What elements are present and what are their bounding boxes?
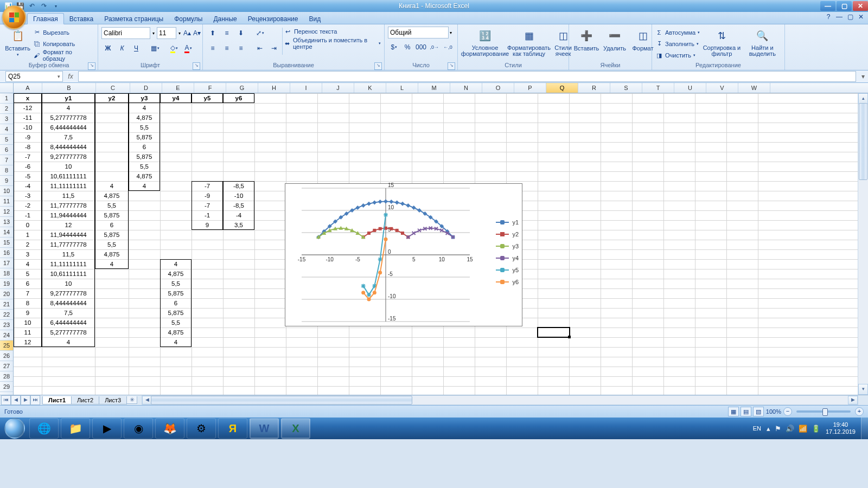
column-header-F[interactable]: F <box>194 83 226 93</box>
cell-D5[interactable]: 5,875 <box>129 132 160 142</box>
cell-F14[interactable]: 9 <box>192 220 223 230</box>
cell-B13[interactable]: 11,94444444 <box>42 210 95 220</box>
tray-battery-icon[interactable]: 🔋 <box>812 425 820 433</box>
cell-A20[interactable]: 6 <box>14 279 42 288</box>
show-desktop-button[interactable] <box>861 418 868 439</box>
cell-B5[interactable]: 7,5 <box>42 132 95 142</box>
cell-G10[interactable]: -8,5 <box>223 181 254 191</box>
cell-B3[interactable]: 5,277777778 <box>42 113 95 123</box>
tray-volume-icon[interactable]: 🔊 <box>786 425 794 433</box>
office-button[interactable] <box>2 5 26 29</box>
format-as-table-button[interactable]: ▦Форматировать как таблицу <box>509 27 549 61</box>
align-center-button[interactable]: ≡ <box>220 42 233 55</box>
chart-object[interactable]: -15-10-5051015-15-10-551015y1y2y3y4y5y6 <box>285 183 522 326</box>
format-painter-button[interactable]: 🖌Формат по образцу <box>33 50 94 60</box>
cell-D4[interactable]: 5,5 <box>129 123 160 132</box>
formula-input[interactable] <box>78 71 856 82</box>
row-header-5[interactable]: 5 <box>0 134 13 145</box>
row-header-17[interactable]: 17 <box>0 258 13 268</box>
row-header-10[interactable]: 10 <box>0 186 13 196</box>
taskbar-chrome[interactable]: ◉ <box>124 418 153 439</box>
tray-network-icon[interactable]: 📶 <box>799 425 807 433</box>
close-workbook-button[interactable]: ✕ <box>857 13 865 21</box>
row-header-6[interactable]: 6 <box>0 145 13 155</box>
font-dialog-launcher[interactable]: ↘ <box>193 62 200 70</box>
cell-B15[interactable]: 11,94444444 <box>42 230 95 240</box>
cell-A4[interactable]: -10 <box>14 123 42 132</box>
column-header-Q[interactable]: Q <box>546 83 578 93</box>
cell-B23[interactable]: 7,5 <box>42 308 95 318</box>
align-middle-button[interactable]: ≡ <box>220 27 233 40</box>
qat-customize-button[interactable]: ▾ <box>51 1 61 11</box>
copy-button[interactable]: ⿻Копировать <box>33 39 94 49</box>
cell-B16[interactable]: 11,77777778 <box>42 240 95 249</box>
help-button[interactable]: ? <box>825 13 832 21</box>
row-header-16[interactable]: 16 <box>0 248 13 258</box>
font-size-combo[interactable] <box>157 27 176 39</box>
cell-C14[interactable]: 6 <box>95 220 129 230</box>
maximize-button[interactable]: ▢ <box>837 1 852 11</box>
cell-B11[interactable]: 11,5 <box>42 191 95 201</box>
cell-A13[interactable]: -1 <box>14 210 42 220</box>
row-header-29[interactable]: 29 <box>0 382 13 392</box>
cell-D1[interactable]: y3 <box>129 93 160 103</box>
cell-D8[interactable]: 5,5 <box>129 162 160 171</box>
underline-button[interactable]: Ч <box>130 42 143 55</box>
cell-A15[interactable]: 1 <box>14 230 42 240</box>
column-header-N[interactable]: N <box>450 83 482 93</box>
clear-button[interactable]: ◨Очистить▾ <box>655 50 700 60</box>
column-header-L[interactable]: L <box>386 83 418 93</box>
fx-button[interactable]: fx <box>65 73 76 80</box>
cell-B7[interactable]: 9,277777778 <box>42 152 95 162</box>
column-header-T[interactable]: T <box>642 83 674 93</box>
cell-C13[interactable]: 5,875 <box>95 210 129 220</box>
cell-A11[interactable]: -3 <box>14 191 42 201</box>
cell-C15[interactable]: 5,875 <box>95 230 129 240</box>
cell-A17[interactable]: 3 <box>14 249 42 259</box>
last-sheet-button[interactable]: ⏭ <box>30 395 40 405</box>
tab-formulas[interactable]: Формулы <box>169 14 208 24</box>
cell-B20[interactable]: 10 <box>42 279 95 288</box>
tray-flag-icon[interactable]: ⚑ <box>775 425 781 433</box>
row-header-21[interactable]: 21 <box>0 299 13 310</box>
cell-B8[interactable]: 10 <box>42 162 95 171</box>
cell-D9[interactable]: 4,875 <box>129 171 160 181</box>
column-header-K[interactable]: K <box>354 83 386 93</box>
column-header-R[interactable]: R <box>578 83 610 93</box>
row-header-25[interactable]: 25 <box>0 341 13 351</box>
row-header-7[interactable]: 7 <box>0 155 13 165</box>
tab-insert[interactable]: Вставка <box>64 14 99 24</box>
cell-A10[interactable]: -4 <box>14 181 42 191</box>
accounting-format-button[interactable]: $ <box>388 41 400 54</box>
cell-C1[interactable]: y2 <box>95 93 129 103</box>
tray-up-icon[interactable]: ▴ <box>767 425 770 433</box>
increase-decimal-button[interactable]: ,0→ <box>428 41 441 54</box>
grow-font-button[interactable]: A▴ <box>183 27 192 40</box>
scroll-down-button[interactable]: ▾ <box>858 384 868 395</box>
cell-F1[interactable]: y5 <box>192 93 223 103</box>
page-layout-view-button[interactable]: ▤ <box>741 407 751 416</box>
column-header-O[interactable]: O <box>482 83 514 93</box>
row-header-27[interactable]: 27 <box>0 361 13 371</box>
column-header-U[interactable]: U <box>674 83 706 93</box>
autosum-button[interactable]: ΣАвтосумма▾ <box>655 28 700 37</box>
prev-sheet-button[interactable]: ◀ <box>11 395 21 405</box>
zoom-in-button[interactable]: + <box>855 407 864 416</box>
row-header-26[interactable]: 26 <box>0 351 13 361</box>
percent-format-button[interactable]: % <box>401 41 414 54</box>
column-header-E[interactable]: E <box>162 83 194 93</box>
font-name-combo[interactable] <box>101 27 150 39</box>
merge-center-button[interactable]: ⬌Объединить и поместить в центре▾ <box>284 38 381 48</box>
row-header-11[interactable]: 11 <box>0 196 13 207</box>
zoom-level[interactable]: 100% <box>766 408 781 415</box>
cell-D2[interactable]: 4 <box>129 103 160 113</box>
sheet-tab-3[interactable]: Лист3 <box>99 396 127 404</box>
row-header-3[interactable]: 3 <box>0 114 13 124</box>
column-header-C[interactable]: C <box>96 83 130 93</box>
cell-A3[interactable]: -11 <box>14 113 42 123</box>
close-button[interactable]: ✕ <box>853 1 868 11</box>
cell-A23[interactable]: 9 <box>14 308 42 318</box>
paste-button[interactable]: 📋 Вставить ▾ <box>3 27 32 61</box>
cell-E20[interactable]: 5,5 <box>160 279 192 288</box>
zoom-out-button[interactable]: − <box>783 407 792 416</box>
